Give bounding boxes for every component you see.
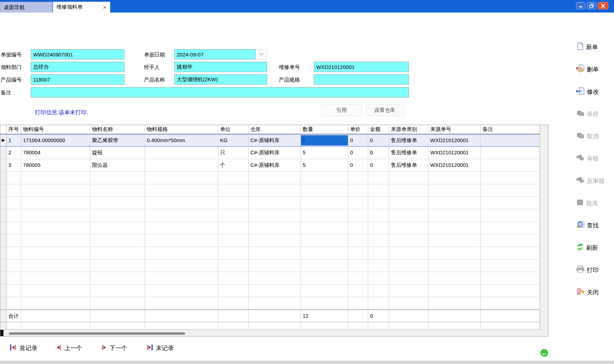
product-name-field[interactable] bbox=[174, 74, 267, 85]
column-header[interactable]: 序号 bbox=[7, 125, 21, 134]
cell-unit[interactable] bbox=[218, 184, 249, 197]
cell-price[interactable] bbox=[348, 260, 368, 272]
cell-price[interactable] bbox=[348, 272, 368, 285]
column-header[interactable]: 单价 bbox=[348, 125, 368, 134]
cell-material_name[interactable] bbox=[90, 297, 145, 310]
cell-material_no[interactable] bbox=[21, 297, 90, 310]
cell-unit[interactable] bbox=[218, 260, 249, 272]
cell-seq[interactable] bbox=[7, 260, 21, 272]
dept-field[interactable] bbox=[31, 62, 124, 72]
cell-amount[interactable]: 0 bbox=[368, 134, 389, 147]
cell-material_no[interactable] bbox=[21, 272, 90, 285]
cell-amount[interactable]: 0 bbox=[368, 147, 389, 159]
cell-qty[interactable] bbox=[301, 172, 348, 184]
cell-price[interactable] bbox=[348, 297, 368, 310]
cell-amount[interactable] bbox=[368, 285, 389, 297]
row-selector[interactable] bbox=[0, 184, 7, 197]
column-header[interactable]: 单位 bbox=[218, 125, 249, 134]
cell-material_name[interactable] bbox=[90, 285, 145, 297]
chevron-down-icon[interactable] bbox=[256, 49, 267, 60]
cell-warehouse[interactable]: C#-原辅料库 bbox=[249, 134, 301, 147]
repair-no-field[interactable] bbox=[314, 62, 409, 72]
cell-source_type[interactable] bbox=[389, 272, 429, 285]
cell-qty[interactable] bbox=[301, 247, 348, 260]
cell-source_no[interactable] bbox=[429, 247, 481, 260]
row-selector[interactable]: ▶ bbox=[0, 134, 7, 147]
row-selector[interactable] bbox=[0, 260, 7, 272]
cell-unit[interactable] bbox=[218, 247, 249, 260]
cell-remark[interactable] bbox=[481, 285, 540, 297]
close-icon[interactable] bbox=[598, 2, 608, 9]
cell-amount[interactable] bbox=[368, 222, 389, 234]
row-selector[interactable] bbox=[0, 285, 7, 297]
cell-warehouse[interactable] bbox=[249, 272, 301, 285]
cell-seq[interactable] bbox=[7, 184, 21, 197]
cell-material_name[interactable] bbox=[90, 209, 145, 222]
cell-qty[interactable] bbox=[301, 197, 348, 209]
minimize-icon[interactable] bbox=[576, 2, 585, 9]
cell-seq[interactable] bbox=[7, 272, 21, 285]
cell-material_name[interactable] bbox=[90, 247, 145, 260]
cell-qty[interactable] bbox=[301, 285, 348, 297]
cell-spec[interactable] bbox=[145, 197, 218, 209]
column-header[interactable]: 金额 bbox=[368, 125, 389, 134]
row-selector[interactable] bbox=[0, 159, 7, 172]
restore-icon[interactable] bbox=[587, 2, 596, 9]
cell-qty[interactable] bbox=[301, 209, 348, 222]
cell-material_no[interactable] bbox=[21, 209, 90, 222]
cell-unit[interactable] bbox=[218, 222, 249, 234]
row-selector[interactable] bbox=[0, 172, 7, 184]
cell-material_name[interactable]: 旋钮 bbox=[90, 147, 145, 159]
record-nav-first-record[interactable]: 首记录 bbox=[10, 344, 37, 352]
cell-remark[interactable] bbox=[481, 147, 540, 159]
cell-warehouse[interactable] bbox=[249, 297, 301, 310]
row-selector[interactable] bbox=[0, 197, 7, 209]
cell-material_name[interactable] bbox=[90, 222, 145, 234]
cell-qty[interactable]: 2 bbox=[301, 134, 348, 147]
cell-price[interactable] bbox=[348, 285, 368, 297]
record-nav-last-record[interactable]: 末记录 bbox=[146, 344, 174, 352]
cell-material_no[interactable] bbox=[21, 234, 90, 247]
cell-remark[interactable] bbox=[481, 134, 540, 147]
column-header[interactable]: 物料编号 bbox=[21, 125, 90, 134]
cell-source_no[interactable] bbox=[429, 172, 481, 184]
doc-date-input[interactable] bbox=[174, 49, 256, 60]
cell-source_no[interactable] bbox=[429, 234, 481, 247]
doc-no-field[interactable] bbox=[31, 49, 124, 60]
cell-price[interactable] bbox=[348, 197, 368, 209]
cell-warehouse[interactable] bbox=[249, 172, 301, 184]
cell-seq[interactable] bbox=[7, 297, 21, 310]
column-header[interactable]: 备注 bbox=[481, 125, 540, 134]
cell-material_name[interactable] bbox=[90, 172, 145, 184]
cell-remark[interactable] bbox=[481, 172, 540, 184]
cell-amount[interactable] bbox=[368, 247, 389, 260]
cell-warehouse[interactable] bbox=[249, 285, 301, 297]
cell-amount[interactable] bbox=[368, 197, 389, 209]
cell-price[interactable]: 0 bbox=[348, 134, 368, 147]
cell-spec[interactable] bbox=[145, 222, 218, 234]
cell-material_name[interactable] bbox=[90, 234, 145, 247]
cell-spec[interactable] bbox=[145, 272, 218, 285]
cell-material_name[interactable]: 聚乙烯胶带 bbox=[90, 134, 145, 147]
cell-seq[interactable] bbox=[7, 209, 21, 222]
cell-source_no[interactable]: WXD210120001 bbox=[429, 147, 481, 159]
cell-price[interactable] bbox=[348, 184, 368, 197]
cell-seq[interactable] bbox=[7, 247, 21, 260]
cell-source_type[interactable]: 售后维修单 bbox=[389, 134, 429, 147]
cell-amount[interactable] bbox=[368, 260, 389, 272]
record-nav-prev-record[interactable]: 上一个 bbox=[56, 344, 82, 352]
column-header[interactable]: 来源单号 bbox=[429, 125, 481, 134]
cell-remark[interactable] bbox=[481, 297, 540, 310]
cell-spec[interactable] bbox=[145, 297, 218, 310]
cell-source_type[interactable] bbox=[389, 172, 429, 184]
column-header[interactable]: 数量 bbox=[301, 125, 348, 134]
row-selector[interactable] bbox=[0, 222, 7, 234]
product-spec-field[interactable] bbox=[314, 74, 409, 85]
handler-field[interactable] bbox=[174, 62, 267, 72]
cell-amount[interactable] bbox=[368, 234, 389, 247]
doc-date-field[interactable] bbox=[174, 49, 267, 60]
row-selector[interactable] bbox=[0, 234, 7, 247]
column-header[interactable]: 仓库 bbox=[249, 125, 301, 134]
row-selector[interactable] bbox=[0, 209, 7, 222]
cell-qty[interactable]: 5 bbox=[301, 147, 348, 159]
